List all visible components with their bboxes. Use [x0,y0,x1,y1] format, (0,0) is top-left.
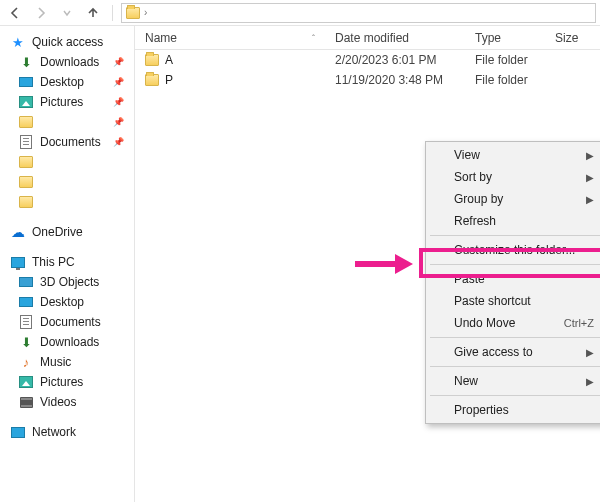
file-row[interactable]: A 2/20/2023 6:01 PM File folder [135,50,600,70]
nav-onedrive[interactable]: ☁ OneDrive [4,222,130,242]
objects3d-icon [19,277,33,287]
column-date[interactable]: Date modified [335,31,475,45]
context-menu: View ▶ Sort by ▶ Group by ▶ Refresh Cust… [425,141,600,424]
nav-this-pc[interactable]: This PC [4,252,130,272]
file-type: File folder [475,53,555,67]
back-button[interactable] [4,2,26,24]
cloud-icon: ☁ [10,225,26,239]
toolbar-separator [112,5,113,21]
nav-label: Downloads [40,55,99,69]
nav-label: OneDrive [32,225,83,239]
folder-icon [19,196,33,208]
folder-icon [145,54,159,66]
pin-icon: 📌 [113,117,124,127]
nav-label: Desktop [40,75,84,89]
ctx-customize[interactable]: Customize this folder... [428,239,600,261]
nav-documents-2[interactable]: Documents [4,312,130,332]
videos-icon [20,397,33,408]
ctx-separator [430,395,600,396]
nav-label: Network [32,425,76,439]
nav-pinned-folder-3[interactable] [4,172,130,192]
nav-label: Pictures [40,375,83,389]
download-icon: ⬇ [18,55,34,69]
column-name[interactable]: Name ˆ [135,31,335,45]
chevron-right-icon: › [144,7,147,18]
ctx-separator [430,366,600,367]
network-icon [11,427,25,438]
forward-button[interactable] [30,2,52,24]
nav-network[interactable]: Network [4,422,130,442]
file-row[interactable]: P 11/19/2020 3:48 PM File folder [135,70,600,90]
ctx-refresh[interactable]: Refresh [428,210,600,232]
ctx-sort-by[interactable]: Sort by ▶ [428,166,600,188]
nav-videos[interactable]: Videos [4,392,130,412]
nav-pictures[interactable]: Pictures 📌 [4,92,130,112]
up-button[interactable] [82,2,104,24]
file-name: A [165,53,173,67]
column-size[interactable]: Size [555,31,600,45]
navigation-pane: ★ Quick access ⬇ Downloads 📌 Desktop 📌 P… [0,26,135,502]
nav-pictures-2[interactable]: Pictures [4,372,130,392]
column-type[interactable]: Type [475,31,555,45]
nav-label: 3D Objects [40,275,99,289]
nav-label: Desktop [40,295,84,309]
nav-label: Documents [40,135,101,149]
desktop-icon [19,297,33,307]
download-icon: ⬇ [18,335,34,349]
ctx-shortcut: Ctrl+Z [564,317,594,329]
nav-label: This PC [32,255,75,269]
chevron-right-icon: ▶ [586,376,594,387]
ctx-undo-move[interactable]: Undo Move Ctrl+Z [428,312,600,334]
ctx-separator [430,264,600,265]
nav-pinned-folder-2[interactable] [4,152,130,172]
music-icon: ♪ [18,355,34,369]
nav-label: Music [40,355,71,369]
star-icon: ★ [10,35,26,49]
pictures-icon [19,96,33,108]
column-name-label: Name [145,31,177,45]
nav-label: Videos [40,395,76,409]
ctx-new[interactable]: New ▶ [428,370,600,392]
folder-icon [19,176,33,188]
nav-3d-objects[interactable]: 3D Objects [4,272,130,292]
documents-icon [20,135,32,149]
ctx-paste[interactable]: Paste [428,268,600,290]
nav-label: Quick access [32,35,103,49]
column-headers: Name ˆ Date modified Type Size [135,26,600,50]
nav-documents[interactable]: Documents 📌 [4,132,130,152]
ctx-properties[interactable]: Properties [428,399,600,421]
folder-icon [19,116,33,128]
pin-icon: 📌 [113,97,124,107]
content-pane[interactable]: Name ˆ Date modified Type Size A 2/20/20… [135,26,600,502]
nav-downloads[interactable]: ⬇ Downloads 📌 [4,52,130,72]
documents-icon [20,315,32,329]
ctx-give-access[interactable]: Give access to ▶ [428,341,600,363]
desktop-icon [19,77,33,87]
sort-indicator-icon: ˆ [312,33,315,43]
ctx-group-by[interactable]: Group by ▶ [428,188,600,210]
nav-downloads-2[interactable]: ⬇ Downloads [4,332,130,352]
nav-label: Documents [40,315,101,329]
pictures-icon [19,376,33,388]
address-bar[interactable]: › [121,3,596,23]
nav-label: Downloads [40,335,99,349]
nav-desktop[interactable]: Desktop 📌 [4,72,130,92]
file-name: P [165,73,173,87]
nav-label: Pictures [40,95,83,109]
chevron-right-icon: ▶ [586,347,594,358]
nav-pinned-folder-4[interactable] [4,192,130,212]
ctx-paste-shortcut[interactable]: Paste shortcut [428,290,600,312]
file-date: 11/19/2020 3:48 PM [335,73,475,87]
folder-icon [145,74,159,86]
pin-icon: 📌 [113,57,124,67]
nav-pinned-folder-1[interactable]: 📌 [4,112,130,132]
nav-quick-access[interactable]: ★ Quick access [4,32,130,52]
file-date: 2/20/2023 6:01 PM [335,53,475,67]
nav-music[interactable]: ♪ Music [4,352,130,372]
folder-icon [19,156,33,168]
pin-icon: 📌 [113,137,124,147]
ctx-view[interactable]: View ▶ [428,144,600,166]
file-list: A 2/20/2023 6:01 PM File folder P 11/19/… [135,50,600,90]
nav-desktop-2[interactable]: Desktop [4,292,130,312]
recent-dropdown[interactable] [56,2,78,24]
